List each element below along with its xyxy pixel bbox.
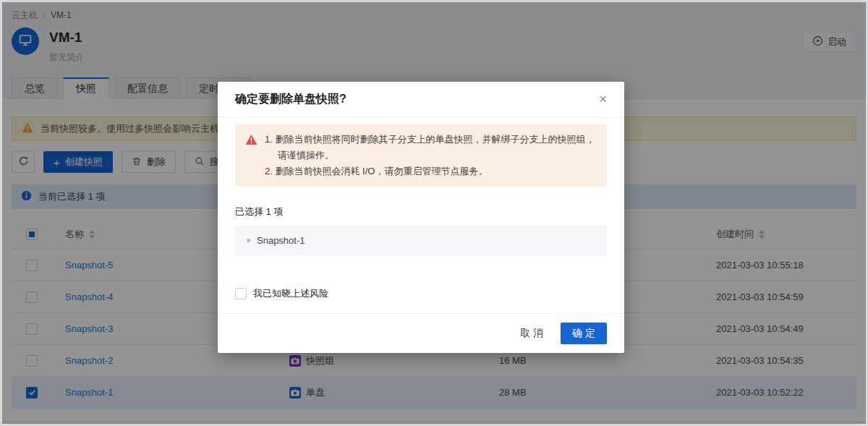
close-icon[interactable]: ×	[595, 90, 611, 108]
modal-body: 1. 删除当前快照将同时删除其子分支上的单盘快照，并解绑子分支上的快照组，请谨慎…	[218, 117, 624, 313]
cancel-button[interactable]: 取 消	[519, 324, 545, 343]
alert-text: 1. 删除当前快照将同时删除其子分支上的单盘快照，并解绑子分支上的快照组，请谨慎…	[265, 132, 597, 179]
bullet-icon	[247, 239, 250, 242]
modal-header: 确定要删除单盘快照? ×	[218, 82, 624, 117]
risk-acknowledge-row[interactable]: 我已知晓上述风险	[235, 287, 607, 300]
confirm-button[interactable]: 确 定	[561, 323, 607, 344]
modal-footer: 取 消 确 定	[218, 313, 624, 353]
delete-snapshot-modal: 确定要删除单盘快照? × 1. 删除当前快照将同时删除其子分支上的单盘快照，并解…	[218, 82, 624, 353]
risk-acknowledge-label: 我已知晓上述风险	[253, 287, 328, 300]
selected-count-label: 已选择 1 项	[235, 205, 607, 218]
risk-acknowledge-checkbox[interactable]	[235, 288, 247, 299]
selected-item-name: Snapshot-1	[257, 235, 305, 246]
modal-title: 确定要删除单盘快照?	[235, 93, 346, 105]
alert-line-1: 1. 删除当前快照将同时删除其子分支上的单盘快照，并解绑子分支上的快照组，请谨慎…	[265, 132, 597, 163]
alert-line-2: 2. 删除当前快照会消耗 I/O，请勿重启管理节点服务。	[265, 163, 597, 179]
alert-triangle-icon	[245, 134, 258, 179]
danger-alert: 1. 删除当前快照将同时删除其子分支上的单盘快照，并解绑子分支上的快照组，请谨慎…	[235, 124, 607, 187]
selected-items-box: Snapshot-1	[235, 226, 607, 255]
